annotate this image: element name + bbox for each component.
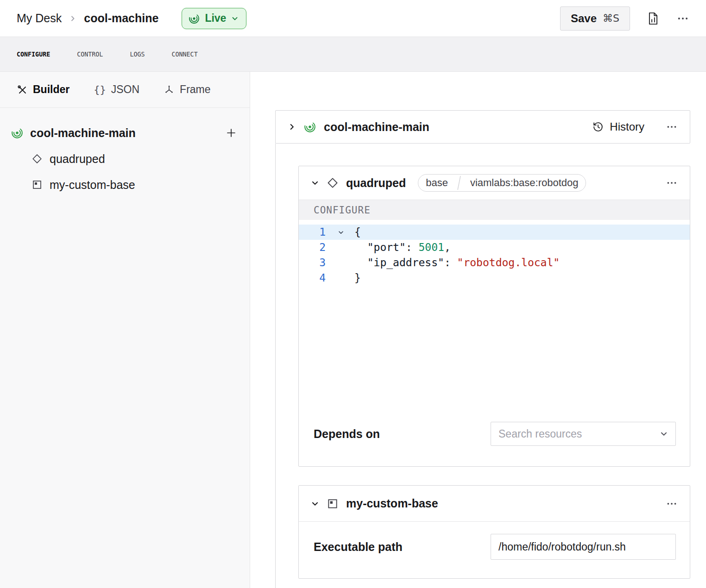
breadcrumb: My Desk cool-machine: [17, 12, 158, 25]
code-line[interactable]: 3 "ip_address": "robotdog.local": [299, 255, 690, 270]
live-status-icon: [189, 13, 200, 24]
component-type: base: [418, 177, 455, 189]
machine-part-icon: [304, 121, 316, 133]
tree-item-main-part[interactable]: cool-machine-main: [11, 120, 237, 146]
code-line[interactable]: 4}: [299, 270, 690, 286]
chevron-down-icon: [311, 500, 319, 508]
save-shortcut: ⌘S: [603, 13, 619, 24]
fold-spacer: [328, 270, 354, 286]
mode-builder-label: Builder: [33, 83, 69, 96]
mode-json-label: JSON: [111, 83, 139, 96]
machine-tab-bar: CONFIGURE CONTROL LOGS CONNECT: [0, 37, 706, 72]
depends-on-row: Depends on Search resources: [299, 412, 690, 466]
chevron-down-icon: [231, 15, 239, 22]
ellipsis-icon: [666, 498, 678, 510]
chevron-right-icon: [288, 123, 296, 131]
ellipsis-icon: [666, 121, 678, 133]
breadcrumb-chevron-icon: [69, 15, 76, 22]
depends-on-label: Depends on: [314, 427, 380, 441]
breadcrumb-current: cool-machine: [84, 12, 158, 25]
save-label: Save: [571, 12, 597, 25]
code-text: "port": 5001,: [354, 240, 451, 255]
part-card-actions: History: [592, 120, 678, 133]
tab-logs[interactable]: LOGS: [130, 51, 145, 58]
fold-spacer: [328, 255, 354, 270]
configure-section-label: CONFIGURE: [299, 200, 690, 220]
module-card-header: my-custom-base: [299, 486, 690, 522]
depends-on-placeholder: Search resources: [498, 428, 582, 440]
history-icon: [592, 121, 604, 133]
code-lines: 1{2 "port": 5001,3 "ip_address": "robotd…: [299, 225, 690, 286]
module-icon: [32, 179, 43, 190]
mode-builder[interactable]: Builder: [17, 83, 69, 96]
executable-path-row: Executable path: [299, 522, 690, 578]
executable-path-label: Executable path: [314, 540, 403, 554]
top-bar: My Desk cool-machine Live Save ⌘S: [0, 0, 706, 37]
plus-icon: [226, 127, 237, 138]
line-number: 4: [299, 270, 328, 286]
expand-part-button[interactable]: [288, 123, 296, 131]
part-card-title: cool-machine-main: [324, 120, 429, 134]
braces-icon: {}: [94, 84, 106, 95]
tab-connect[interactable]: CONNECT: [172, 51, 198, 58]
line-number: 2: [299, 240, 328, 255]
module-icon: [327, 498, 339, 510]
code-text: {: [354, 225, 361, 240]
history-button[interactable]: History: [592, 120, 644, 133]
tab-control[interactable]: CONTROL: [77, 51, 103, 58]
collapse-component-button[interactable]: [311, 179, 319, 187]
component-type-model-badge: base viamlabs:base:robotdog: [418, 174, 586, 192]
collapse-module-button[interactable]: [311, 500, 319, 508]
machine-part-icon: [11, 127, 23, 139]
component-card-quadruped: quadruped base viamlabs:base:robotdog CO…: [298, 166, 690, 467]
fold-chevron-icon[interactable]: [328, 225, 354, 240]
page-body: Builder {} JSON Frame: [0, 72, 706, 588]
module-card-title: my-custom-base: [346, 497, 438, 510]
line-number: 3: [299, 255, 328, 270]
configure-main: cool-machine-main History: [250, 72, 706, 588]
tree-root-label: cool-machine-main: [30, 126, 136, 140]
mode-frame-label: Frame: [180, 83, 210, 96]
part-card: cool-machine-main History: [275, 110, 690, 144]
mode-json[interactable]: {} JSON: [94, 83, 139, 96]
module-card-my-custom-base: my-custom-base Executable path: [298, 485, 690, 579]
component-diamond-icon: [32, 153, 43, 164]
save-button[interactable]: Save ⌘S: [560, 6, 630, 31]
executable-path-input[interactable]: [491, 534, 676, 560]
line-number: 1: [299, 225, 328, 240]
component-more-menu-button[interactable]: [666, 177, 678, 189]
machine-status-dropdown[interactable]: Live: [182, 8, 246, 29]
json-attributes-editor[interactable]: 1{2 "port": 5001,3 "ip_address": "robotd…: [299, 220, 690, 412]
more-menu-button[interactable]: [676, 12, 689, 25]
tree-item-my-custom-base[interactable]: my-custom-base: [11, 172, 237, 198]
chevron-down-icon: [311, 179, 319, 187]
tree-child-label: my-custom-base: [50, 178, 135, 192]
component-card-header: quadruped base viamlabs:base:robotdog: [299, 166, 690, 200]
config-mode-switcher: Builder {} JSON Frame: [0, 72, 250, 108]
history-label: History: [610, 120, 644, 133]
code-text: }: [354, 270, 361, 286]
component-diamond-icon: [327, 177, 339, 189]
component-card-title: quadruped: [346, 176, 406, 190]
add-resource-button[interactable]: [226, 127, 237, 138]
code-line[interactable]: 2 "port": 5001,: [299, 240, 690, 255]
tree-item-quadruped[interactable]: quadruped: [11, 146, 237, 172]
live-status-label: Live: [205, 12, 226, 25]
mode-frame[interactable]: Frame: [164, 83, 210, 96]
document-chart-icon: [647, 12, 660, 25]
badge-divider: [455, 174, 463, 192]
part-more-menu-button[interactable]: [666, 121, 678, 133]
component-model: viamlabs:base:robotdog: [463, 177, 586, 189]
ellipsis-icon: [666, 177, 678, 189]
module-more-menu-button[interactable]: [666, 498, 678, 510]
code-line[interactable]: 1{: [299, 225, 690, 240]
code-text: "ip_address": "robotdog.local": [354, 255, 560, 270]
resource-tree: cool-machine-main quadruped: [0, 108, 250, 198]
frame-axes-icon: [164, 84, 175, 95]
machine-report-button[interactable]: [647, 12, 660, 25]
chevron-down-icon: [660, 430, 668, 438]
tree-guideline: [275, 144, 276, 588]
depends-on-select[interactable]: Search resources: [491, 422, 676, 446]
breadcrumb-root[interactable]: My Desk: [17, 12, 62, 25]
tab-configure[interactable]: CONFIGURE: [17, 51, 50, 58]
